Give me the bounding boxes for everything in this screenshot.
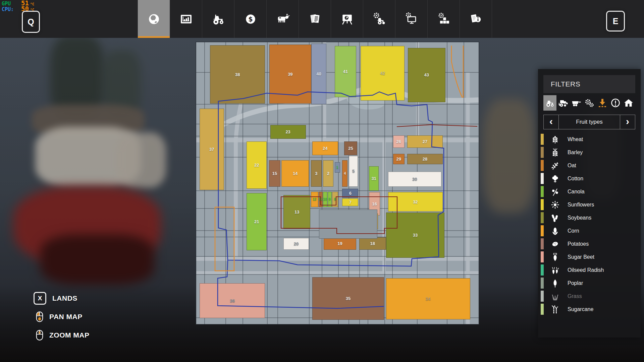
tab-display-settings[interactable] (395, 0, 428, 38)
fruit-row-canola[interactable]: Canola (538, 185, 641, 198)
tab-statistics[interactable] (170, 0, 202, 38)
potatoes-icon (550, 240, 560, 248)
fruit-row-grass[interactable]: Grass (538, 290, 641, 303)
fruit-row-sugar-beet[interactable]: Sugar Beet (538, 250, 641, 263)
sugarbeet-icon (550, 253, 560, 261)
sunflower-icon (550, 200, 560, 209)
radish-icon (550, 266, 560, 275)
fruit-row-corn[interactable]: Corn (538, 224, 641, 237)
tab-map[interactable] (138, 0, 170, 38)
filters-title: FILTERS (543, 75, 635, 93)
selected-land-orange-2 (215, 207, 234, 271)
gpu-unit: °C (30, 2, 34, 7)
f-tractor-icon (545, 98, 555, 108)
fruit-color-swatch (541, 304, 544, 315)
farm-border-dark-red-2 (397, 125, 477, 127)
soybeans-icon (550, 214, 560, 222)
cotton-icon (550, 174, 560, 183)
fruit-row-sunflowers[interactable]: Sunflowers (538, 198, 641, 211)
fruit-color-swatch (541, 186, 544, 197)
f-alert-icon (610, 98, 621, 108)
fruit-label: Canola (568, 189, 585, 195)
fruit-row-soybeans[interactable]: Soybeans (538, 211, 641, 224)
f-gears-icon (584, 98, 594, 108)
menu-tabs: $ (138, 0, 492, 38)
barley-icon (550, 148, 560, 157)
fruit-label: Poplar (568, 280, 583, 286)
tab-ai-workers[interactable] (363, 0, 395, 38)
fruit-row-potatoes[interactable]: Potatoes (538, 237, 641, 250)
farm-border-dark-red (281, 197, 397, 234)
fruit-label: Oat (568, 163, 576, 169)
wheat-icon (550, 135, 560, 144)
farmland-border-blue-2 (218, 260, 384, 308)
stats-icon (179, 12, 194, 26)
fruit-color-swatch (541, 212, 544, 223)
poplar-icon (550, 279, 560, 288)
key-hint-q: Q (22, 11, 40, 33)
fruit-row-sugarcane[interactable]: Sugarcane (538, 303, 641, 316)
filter-trailers-button[interactable] (570, 95, 583, 111)
tab-animals[interactable] (267, 0, 299, 38)
hint-lands: XLANDS (34, 290, 90, 306)
fruit-label: Corn (568, 228, 579, 234)
filter-category-selector: ‹ Fruit types › (543, 115, 635, 129)
key-hint-x: X (34, 292, 46, 305)
f-house-icon (624, 98, 634, 108)
fruit-row-poplar[interactable]: Poplar (538, 277, 641, 290)
grass-icon (550, 292, 560, 301)
hint-pan-map: PAN MAP (34, 309, 90, 325)
filter-harvesters-button[interactable] (556, 95, 570, 111)
f-harvester-icon (558, 98, 568, 108)
fruit-color-swatch (541, 291, 544, 302)
fruit-row-oat[interactable]: Oat (538, 159, 641, 172)
fruit-color-swatch (541, 225, 544, 236)
filter-tractors-button[interactable] (543, 95, 556, 111)
selected-land-orange (451, 46, 463, 97)
fruit-color-swatch (541, 199, 544, 210)
tab-vehicles[interactable] (202, 0, 234, 38)
filter-tools-button[interactable] (583, 95, 596, 111)
tab-contracts[interactable] (299, 0, 331, 38)
fruit-type-list: WheatBarleyOatCottonCanolaSunflowersSoyb… (538, 133, 641, 316)
tab-production[interactable] (331, 0, 363, 38)
category-prev-button[interactable]: ‹ (544, 115, 559, 129)
category-label: Fruit types (559, 115, 620, 129)
fruit-color-swatch (541, 134, 544, 145)
fruit-row-oilseed-radish[interactable]: Oilseed Radish (538, 263, 641, 277)
fruit-row-cotton[interactable]: Cotton (538, 172, 641, 185)
fruit-label: Potatoes (568, 241, 589, 247)
f-download-icon (597, 98, 607, 108)
fruit-label: Sunflowers (568, 202, 594, 208)
filter-sell-points-button[interactable] (596, 95, 609, 111)
easel-icon (340, 12, 355, 26)
fruit-color-swatch (541, 147, 544, 158)
fruit-color-swatch (541, 264, 544, 276)
farmland-border-blue (218, 92, 444, 266)
fruit-row-wheat[interactable]: Wheat (538, 133, 641, 146)
corn-icon (550, 227, 560, 235)
monitor-gear-icon (404, 12, 419, 26)
filter-buildings-button[interactable] (622, 95, 635, 111)
fruit-color-swatch (541, 173, 544, 184)
fruit-label: Wheat (568, 136, 583, 142)
mouse-pan-icon (36, 311, 43, 322)
tab-game-settings[interactable] (428, 0, 460, 38)
tab-help[interactable] (460, 0, 492, 38)
fruit-label: Sugarcane (568, 306, 593, 312)
fruit-label: Grass (568, 293, 582, 299)
tab-finances[interactable]: $ (234, 0, 267, 38)
fruit-color-swatch (541, 251, 544, 262)
hint-label: PAN MAP (49, 313, 83, 321)
category-next-button[interactable]: › (620, 115, 635, 129)
globe-icon (147, 12, 161, 26)
tractor-gear-icon (372, 12, 387, 26)
fruit-color-swatch (541, 278, 544, 289)
fruit-row-barley[interactable]: Barley (538, 146, 641, 159)
map-view[interactable]: 3839404142433723221514242532145312627292… (196, 42, 479, 324)
svg-text:$: $ (248, 16, 253, 23)
sugarcane-icon (550, 305, 560, 314)
top-menu-bar: $ (0, 0, 644, 38)
input-hints: XLANDSPAN MAPZOOM MAP (34, 290, 90, 346)
filter-alerts-button[interactable] (609, 95, 622, 111)
